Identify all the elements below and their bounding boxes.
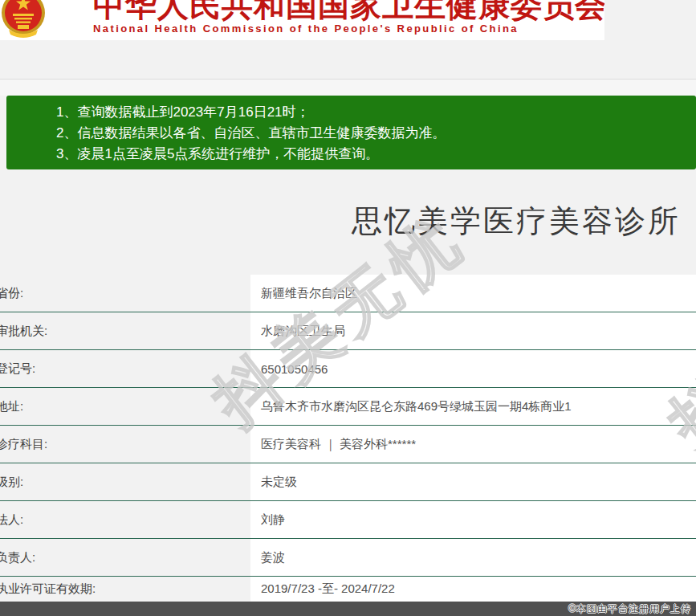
notice-line-1: 1、查询数据截止到2023年7月16日21时；: [56, 102, 696, 123]
info-table: 省份: 新疆维吾尔自治区 审批机关: 水磨沟区卫生局 登记号: 65010504…: [0, 275, 696, 602]
row-value: 医疗美容科 ｜ 美容外科******: [250, 426, 696, 463]
row-value: 6501050456: [250, 350, 696, 387]
table-row: 省份: 新疆维吾尔自治区: [0, 275, 696, 312]
site-header: 中华人民共和国国家卫生健康委员会 National Health Commiss…: [0, 0, 604, 40]
notice-box: 1、查询数据截止到2023年7月16日21时； 2、信息数据结果以各省、自治区、…: [6, 96, 696, 169]
row-label: 登记号:: [0, 350, 250, 387]
substrip: [0, 80, 696, 96]
table-row: 级别: 未定级: [0, 463, 696, 501]
row-value: 姜波: [250, 539, 696, 576]
page-title: 思忆美学医疗美容诊所: [352, 201, 681, 242]
table-row: 地址: 乌鲁木齐市水磨沟区昆仑东路469号绿城玉园一期4栋商业1: [0, 388, 696, 426]
row-label: 省份:: [0, 275, 250, 312]
header-title-en: National Health Commission of the People…: [93, 22, 604, 35]
table-row: 登记号: 6501050456: [0, 350, 696, 388]
table-row: 执业许可证有效期: 2019/7/23 -至- 2024/7/22: [0, 577, 696, 602]
row-value: 未定级: [250, 463, 696, 500]
table-row: 审批机关: 水磨沟区卫生局: [0, 312, 696, 350]
row-value: 新疆维吾尔自治区: [250, 275, 696, 312]
table-row: 负责人: 姜波: [0, 539, 696, 577]
row-label: 执业许可证有效期:: [0, 577, 250, 602]
footer-credit-text: ©本图由平台注册用户上传: [568, 602, 691, 616]
row-value: 刘静: [250, 501, 696, 538]
row-label: 诊疗科目:: [0, 426, 250, 463]
row-label: 地址:: [0, 388, 250, 425]
table-row: 法人: 刘静: [0, 501, 696, 539]
row-label: 级别:: [0, 463, 250, 500]
row-value: 乌鲁木齐市水磨沟区昆仑东路469号绿城玉园一期4栋商业1: [250, 388, 696, 425]
table-row: 诊疗科目: 医疗美容科 ｜ 美容外科******: [0, 426, 696, 463]
header-title-cn: 中华人民共和国国家卫生健康委员会: [93, 0, 604, 22]
national-emblem-icon: [1, 0, 46, 40]
notice-line-3: 3、凌晨1点至凌晨5点系统进行维护，不能提供查询。: [56, 144, 696, 165]
row-label: 审批机关:: [0, 312, 250, 349]
row-value: 水磨沟区卫生局: [250, 312, 696, 349]
notice-line-2: 2、信息数据结果以各省、自治区、直辖市卫生健康委数据为准。: [56, 123, 696, 144]
row-value: 2019/7/23 -至- 2024/7/22: [250, 577, 696, 602]
row-label: 法人:: [0, 501, 250, 538]
row-label: 负责人:: [0, 539, 250, 576]
footer-credit-bar: ©本图由平台注册用户上传: [0, 602, 696, 616]
